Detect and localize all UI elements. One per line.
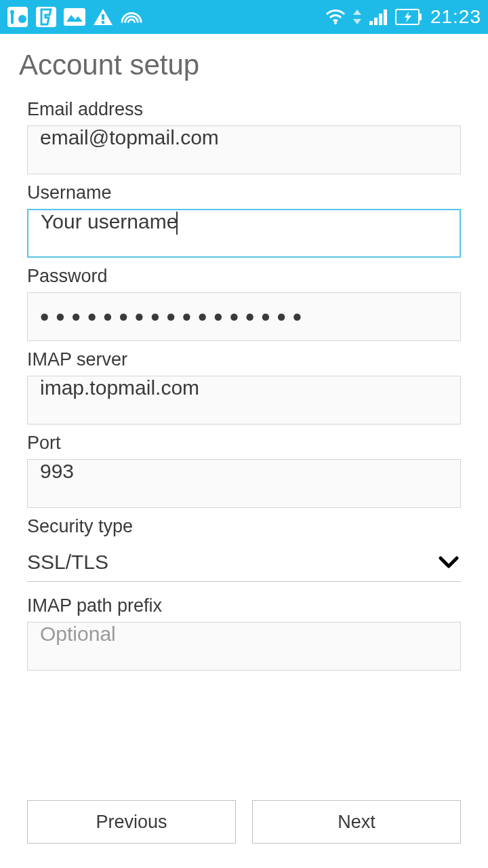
field-email: Email address email@topmail.com xyxy=(27,99,461,174)
field-imap-path-prefix: IMAP path prefix Optional xyxy=(27,595,461,671)
image-icon xyxy=(64,6,85,28)
svg-rect-10 xyxy=(374,18,378,25)
svg-point-1 xyxy=(18,15,26,23)
app-icon-1 xyxy=(7,6,28,28)
svg-point-8 xyxy=(334,22,337,24)
label-imap-path-prefix: IMAP path prefix xyxy=(27,595,461,616)
label-imap-server: IMAP server xyxy=(27,349,461,370)
svg-rect-7 xyxy=(102,21,104,24)
field-security-type: Security type SSL/TLS xyxy=(27,516,461,582)
battery-charging-icon xyxy=(395,6,422,28)
label-username: Username xyxy=(27,182,461,203)
text-cursor xyxy=(176,212,178,235)
signal-icon xyxy=(368,6,390,28)
svg-rect-14 xyxy=(420,14,422,20)
status-bar: 21:23 xyxy=(0,0,488,34)
password-input[interactable]: ••••••••••••••••• xyxy=(27,292,461,341)
svg-rect-6 xyxy=(102,14,104,20)
page-title: Account setup xyxy=(0,34,488,99)
account-setup-form: Email address email@topmail.com Username… xyxy=(0,99,488,671)
foursquare-icon xyxy=(35,6,57,28)
username-value: Your username xyxy=(41,210,178,233)
footer-buttons: Previous Next xyxy=(27,800,461,844)
status-right-icons: 21:23 xyxy=(325,6,481,28)
svg-rect-12 xyxy=(384,9,387,25)
status-left-icons xyxy=(7,6,142,28)
username-input[interactable]: Your username xyxy=(27,209,461,258)
security-type-select[interactable]: SSL/TLS xyxy=(27,542,461,582)
next-button[interactable]: Next xyxy=(252,800,461,844)
rainbow-icon xyxy=(121,6,142,28)
chevron-down-icon xyxy=(436,550,461,574)
field-username: Username Your username xyxy=(27,182,461,258)
port-input[interactable]: 993 xyxy=(27,459,461,508)
security-type-value: SSL/TLS xyxy=(27,551,436,574)
field-imap-server: IMAP server imap.topmail.com xyxy=(27,349,461,425)
imap-server-input[interactable]: imap.topmail.com xyxy=(27,376,461,425)
field-password: Password ••••••••••••••••• xyxy=(27,266,461,341)
email-input[interactable]: email@topmail.com xyxy=(27,125,461,174)
warning-icon xyxy=(92,6,114,28)
status-time: 21:23 xyxy=(430,6,481,28)
label-password: Password xyxy=(27,266,461,287)
svg-point-3 xyxy=(10,10,14,14)
wifi-icon xyxy=(325,6,346,28)
svg-rect-5 xyxy=(64,8,85,26)
label-security-type: Security type xyxy=(27,516,461,537)
svg-rect-11 xyxy=(379,14,382,25)
label-port: Port xyxy=(27,433,461,454)
svg-rect-9 xyxy=(369,21,373,25)
label-email: Email address xyxy=(27,99,461,120)
sort-icon xyxy=(352,6,363,28)
previous-button[interactable]: Previous xyxy=(27,800,236,844)
imap-path-prefix-input[interactable]: Optional xyxy=(27,622,461,671)
field-port: Port 993 xyxy=(27,433,461,508)
